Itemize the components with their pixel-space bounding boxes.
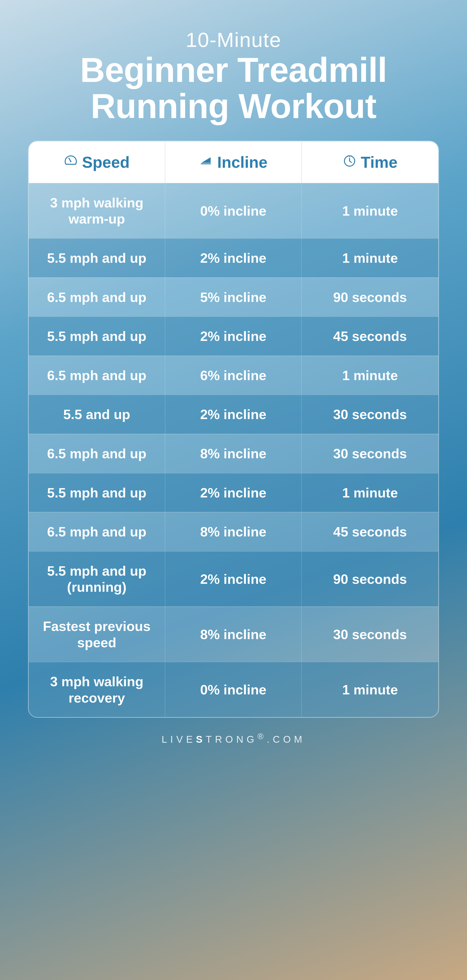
table-row: 5.5 mph and up2% incline45 seconds	[29, 317, 438, 356]
table-row: 6.5 mph and up5% incline90 seconds	[29, 277, 438, 317]
cell-time: 90 seconds	[302, 278, 438, 317]
cell-speed: 6.5 mph and up	[29, 356, 165, 395]
cell-speed: 5.5 mph and up (running)	[29, 552, 165, 606]
cell-speed: 6.5 mph and up	[29, 434, 165, 473]
cell-incline: 0% incline	[165, 183, 302, 238]
table-row: 6.5 mph and up8% incline30 seconds	[29, 434, 438, 473]
cell-speed: 5.5 mph and up	[29, 473, 165, 512]
speed-icon	[64, 154, 78, 171]
svg-rect-1	[201, 163, 211, 164]
table-row: 5.5 mph and up2% incline1 minute	[29, 238, 438, 277]
cell-speed: 3 mph walking recovery	[29, 662, 165, 717]
title-main: Beginner Treadmill Running Workout	[28, 52, 439, 124]
cell-incline: 2% incline	[165, 239, 302, 277]
header-label: Incline	[217, 153, 267, 171]
svg-marker-2	[201, 157, 210, 163]
cell-time: 1 minute	[302, 239, 438, 277]
table-row: 3 mph walking warm-up0% incline1 minute	[29, 183, 438, 238]
header-cell-speed: Speed	[29, 142, 165, 183]
cell-incline: 2% incline	[165, 317, 302, 356]
cell-time: 1 minute	[302, 183, 438, 238]
cell-incline: 2% incline	[165, 552, 302, 606]
cell-speed: 6.5 mph and up	[29, 278, 165, 317]
cell-speed: 5.5 and up	[29, 395, 165, 434]
cell-speed: 5.5 mph and up	[29, 317, 165, 356]
table-row: Fastest previous speed8% incline30 secon…	[29, 606, 438, 662]
cell-time: 30 seconds	[302, 395, 438, 434]
cell-time: 1 minute	[302, 662, 438, 717]
svg-point-0	[70, 161, 72, 162]
footer-text: LIVESTRONG®.COM	[162, 734, 305, 745]
cell-time: 30 seconds	[302, 607, 438, 662]
header-label: Time	[361, 153, 397, 171]
title-top: 10-Minute	[28, 28, 439, 52]
workout-table: Speed Incline Time 3 mph walking warm-up…	[28, 141, 439, 718]
cell-speed: 6.5 mph and up	[29, 512, 165, 551]
cell-incline: 2% incline	[165, 395, 302, 434]
cell-speed: Fastest previous speed	[29, 607, 165, 662]
table-body: 3 mph walking warm-up0% incline1 minute5…	[29, 183, 438, 717]
cell-time: 1 minute	[302, 473, 438, 512]
cell-incline: 8% incline	[165, 512, 302, 551]
table-row: 6.5 mph and up6% incline1 minute	[29, 356, 438, 395]
table-header: Speed Incline Time	[29, 142, 438, 183]
cell-speed: 3 mph walking warm-up	[29, 183, 165, 238]
cell-incline: 5% incline	[165, 278, 302, 317]
table-row: 3 mph walking recovery0% incline1 minute	[29, 662, 438, 717]
title-section: 10-Minute Beginner Treadmill Running Wor…	[28, 19, 439, 124]
cell-incline: 2% incline	[165, 473, 302, 512]
cell-time: 45 seconds	[302, 512, 438, 551]
footer: LIVESTRONG®.COM	[162, 732, 305, 745]
header-cell-time: Time	[302, 142, 438, 183]
time-icon	[343, 154, 357, 171]
cell-speed: 5.5 mph and up	[29, 239, 165, 277]
header-cell-incline: Incline	[165, 142, 302, 183]
table-row: 6.5 mph and up8% incline45 seconds	[29, 512, 438, 551]
incline-icon	[199, 154, 213, 171]
table-row: 5.5 mph and up2% incline1 minute	[29, 473, 438, 512]
cell-time: 90 seconds	[302, 552, 438, 606]
header-label: Speed	[82, 153, 129, 171]
cell-incline: 0% incline	[165, 662, 302, 717]
cell-incline: 8% incline	[165, 607, 302, 662]
table-row: 5.5 and up2% incline30 seconds	[29, 395, 438, 434]
cell-time: 30 seconds	[302, 434, 438, 473]
table-row: 5.5 mph and up (running)2% incline90 sec…	[29, 551, 438, 606]
cell-time: 1 minute	[302, 356, 438, 395]
cell-incline: 6% incline	[165, 356, 302, 395]
cell-incline: 8% incline	[165, 434, 302, 473]
cell-time: 45 seconds	[302, 317, 438, 356]
